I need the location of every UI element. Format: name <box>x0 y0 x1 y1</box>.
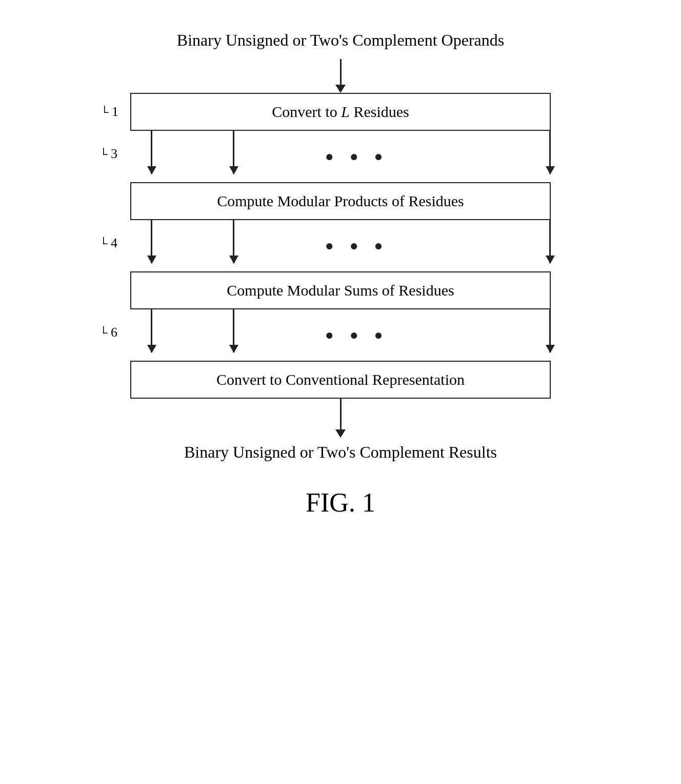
bracket-label-3: └ 3 <box>99 146 117 162</box>
top-label: Binary Unsigned or Two's Complement Oper… <box>177 31 504 50</box>
box-convert-residues: Convert to L Residues └ 1 <box>130 93 551 131</box>
arrow-from-box4 <box>335 399 346 438</box>
box-convert-conventional: Convert to Conventional Representation <box>130 361 551 399</box>
dots-2: ● ● ● <box>325 238 389 254</box>
arrows-row-3: ● ● ● └ 6 <box>130 309 551 361</box>
box-modular-sums: Compute Modular Sums of Residues <box>130 271 551 309</box>
box-modular-products: Compute Modular Products of Residues <box>130 182 551 220</box>
dots-3: ● ● ● <box>325 327 389 343</box>
diagram-container: Binary Unsigned or Two's Complement Oper… <box>110 31 571 518</box>
fig-label: FIG. 1 <box>306 487 375 518</box>
bracket-label-6: └ 6 <box>99 325 117 340</box>
bottom-label: Binary Unsigned or Two's Complement Resu… <box>184 443 497 462</box>
arrow-right-2 <box>549 220 551 263</box>
arrow-left-3 <box>151 309 152 352</box>
bracket-label-1: └ 1 <box>101 104 118 120</box>
dots-1: ● ● ● <box>325 148 389 165</box>
arrow-left-1 <box>151 131 152 174</box>
box2-label: Compute Modular Products of Residues <box>217 192 464 209</box>
arrow-left-2 <box>151 220 152 263</box>
arrow-right-1 <box>549 131 551 174</box>
arrow-mid1-3 <box>233 309 234 352</box>
arrow-mid1-1 <box>233 131 234 174</box>
box3-label: Compute Modular Sums of Residues <box>227 282 454 299</box>
arrow-mid1-2 <box>233 220 234 263</box>
arrow-to-box1 <box>335 59 346 93</box>
box4-label: Convert to Conventional Representation <box>216 371 465 388</box>
arrows-row-1: ● ● ● └ 3 <box>130 131 551 182</box>
arrow-right-3 <box>549 309 551 352</box>
box1-label: Convert to L Residues <box>272 103 409 120</box>
bracket-label-4: └ 4 <box>99 236 117 251</box>
arrows-row-2: ● ● ● └ 4 <box>130 220 551 271</box>
